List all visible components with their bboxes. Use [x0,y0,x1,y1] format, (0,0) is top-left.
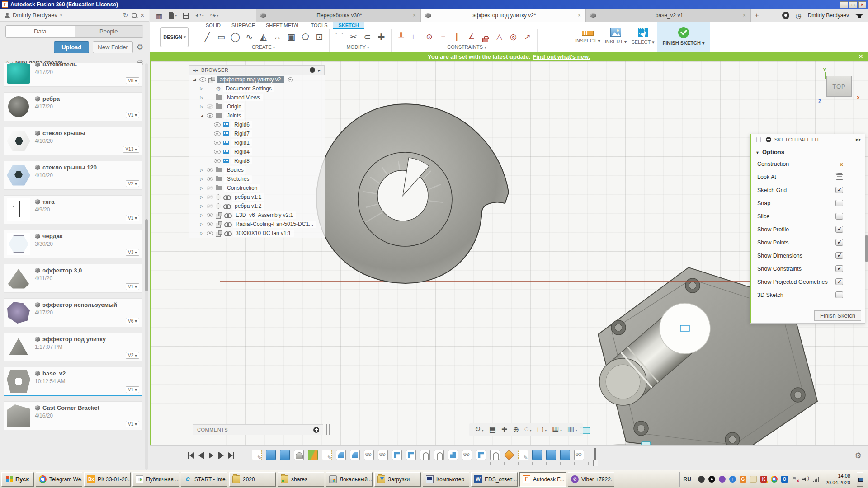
playback-last-icon[interactable] [228,452,234,459]
tray-mail-icon[interactable] [750,476,757,483]
ribbon-tab-surface[interactable]: SURFACE [226,22,260,29]
item-version-dropdown[interactable]: V1 ▾ [126,386,139,393]
palette-minus-icon[interactable] [766,137,771,142]
orbit-icon[interactable]: ↻ ▾ [473,423,486,436]
tray-flag-icon[interactable] [792,476,798,483]
item-version-dropdown[interactable]: V1 ▾ [126,421,139,427]
new-document-tab-button[interactable]: + [751,9,763,22]
expander-icon[interactable]: ▷ [199,104,204,109]
language-indicator[interactable]: RU [684,476,694,483]
visibility-eye-icon[interactable] [207,231,213,235]
data-item[interactable]: эффектор под улитку 1:17:07 PM V2 ▾ [4,333,142,361]
display-icon[interactable]: ▢ ▾ [535,423,549,436]
visibility-eye-icon[interactable] [207,113,213,118]
browser-row-label[interactable]: Bodies [224,166,246,174]
data-item[interactable]: стекло крышы 4/10/20 V13 ▾ [4,127,142,155]
visibility-eye-icon[interactable] [214,131,221,136]
browser-row[interactable]: ▷ Named Views [189,93,325,102]
browser-row[interactable]: ▷ ребра v1:2 [189,202,325,211]
tray-viber-icon[interactable] [719,476,726,483]
item-version-dropdown[interactable]: V1 ▾ [126,283,139,290]
timeline-feature-pattern-icon[interactable] [308,450,318,460]
playback-play-icon[interactable] [209,452,213,459]
project-tool-icon[interactable]: ▣ [284,30,298,44]
timeline-feature-extrude-icon[interactable] [546,450,556,460]
select-button[interactable]: SELECT ▾ [630,27,656,45]
timeline-feature-sketch-icon[interactable] [252,450,262,460]
equal-tool-icon[interactable]: = [436,30,450,44]
item-version-dropdown[interactable]: V8 ▾ [126,77,139,84]
data-item[interactable]: эффектор 3,0 4/11/20 V1 ▾ [4,264,142,293]
add-comment-icon[interactable] [313,427,319,433]
tab-people[interactable]: People [75,26,143,37]
data-panel-scrollbar[interactable] [145,63,148,470]
timeline-feature-fillet-icon[interactable] [350,450,360,460]
task-button[interactable]: ✆ Viber +7922... [568,472,614,487]
fix-tool-icon[interactable]: ╨ [394,30,408,44]
angle-tool-icon[interactable]: ∠ [464,30,478,44]
show-desktop-button[interactable] [857,472,863,487]
visibility-eye-icon[interactable] [214,150,221,154]
browser-row[interactable]: ▷ ребра v1:1 [189,192,325,202]
trim-tool-icon[interactable]: ✂ [346,30,360,44]
extensions-icon[interactable] [782,12,789,19]
slice-checkbox[interactable] [835,213,843,220]
mirror-tool-icon[interactable]: ◭ [256,30,270,44]
create-group-dropdown[interactable]: CREATE ▾ [200,44,326,51]
browser-row[interactable]: Rigid7 [189,129,325,138]
redo-icon[interactable]: ↷ [210,12,216,19]
document-tab[interactable]: Переработка v30* × [256,9,421,22]
timeline-feature-hole-icon[interactable] [490,450,500,460]
move-tool-icon[interactable]: ✚ [374,30,388,44]
task-button[interactable]: Локальный ... [326,472,373,487]
polygon-tool-icon[interactable]: ⬠ [298,30,312,44]
timeline-feature-dome-icon[interactable] [294,450,304,460]
expander-icon[interactable]: ▷ [199,195,204,199]
task-button[interactable]: shares [278,472,324,487]
browser-row-label[interactable]: эффектор под улитку v2 [217,76,284,83]
browser-row-label[interactable]: Rigid8 [231,157,252,164]
browser-row-label[interactable]: Document Settings [223,85,274,92]
browser-row[interactable]: Rigid8 [189,156,325,165]
timeline-feature-corner-icon[interactable] [392,450,402,460]
tray-chrome-icon[interactable] [771,476,778,483]
visibility-eye-icon[interactable] [207,213,213,217]
browser-row-label[interactable]: Construction [224,184,260,192]
fillet-tool-icon[interactable]: ⌒ [332,30,346,44]
pan-icon[interactable]: ✚ [500,424,509,436]
expander-icon[interactable]: ◢ [192,77,197,82]
browser-row-label[interactable]: Joints [224,112,244,119]
banner-close-icon[interactable]: ✕ [858,52,863,61]
modify-group-dropdown[interactable]: MODIFY ▾ [326,44,389,51]
data-item[interactable]: эффектор используемый 4/17/20 V6 ▾ [4,298,142,327]
insert-button[interactable]: INSERT ▾ [603,27,629,45]
item-version-dropdown[interactable]: V2 ▾ [126,180,139,187]
task-button[interactable]: Компьютер [423,472,469,487]
timeline-feature-hole-icon[interactable] [420,450,430,460]
dimension-tool-icon[interactable]: ↔ [270,30,284,44]
timeline-feature-extrude-icon[interactable] [560,450,570,460]
browser-row[interactable]: ▷ Origin [189,102,325,111]
3d-sketch-checkbox[interactable] [835,291,843,298]
new-folder-button[interactable]: New Folder [93,41,132,53]
upload-button[interactable]: Upload [54,41,89,53]
expander-icon[interactable]: ▷ [199,222,204,226]
data-item[interactable]: стекло крышы 120 4/10/20 V2 ▾ [4,161,142,190]
look-at-icon[interactable]: ▤ [487,424,498,436]
timeline-feature-extrude-icon[interactable] [266,450,276,460]
playback-first-icon[interactable] [188,452,194,459]
timeline-feature-appearance-icon[interactable] [504,450,514,460]
maximize-button[interactable]: □ [849,1,857,8]
canvas-scrollbar-thumb[interactable] [865,235,868,262]
offset-tool-icon[interactable]: ⊂ [360,30,374,44]
ribbon-tab-solid[interactable]: SOLID [200,22,226,29]
visibility-eye-icon[interactable] [214,141,221,145]
browser-row[interactable]: Rigid4 [189,147,325,156]
browser-row-label[interactable]: Rigid6 [231,121,252,128]
show-projected-geometries-checkbox[interactable] [835,278,843,285]
zoom-icon[interactable]: ⊕ [511,424,520,436]
timeline-feature-mirror-icon[interactable] [378,450,388,460]
notification-link[interactable]: Find out what's new. [533,53,590,60]
timeline-feature-join-icon[interactable] [448,450,458,460]
circle-tool-icon[interactable]: ◯ [228,30,242,44]
